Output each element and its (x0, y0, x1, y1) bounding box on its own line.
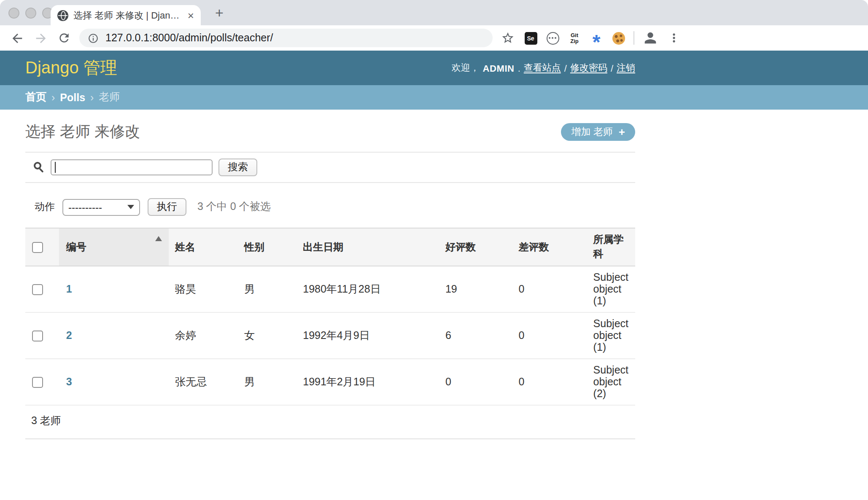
select-all-checkbox[interactable] (32, 242, 43, 253)
column-header-bad-count[interactable]: 差评数 (512, 228, 586, 266)
change-password-link[interactable]: 修改密码 (570, 62, 607, 74)
cell-subject: Subject object (1) (587, 312, 635, 359)
sort-ascending-icon[interactable] (155, 236, 162, 241)
results-table: 编号 姓名 性别 出生日期 好评数 差评数 所属学科 1 骆昊 男 (25, 228, 635, 406)
teacher-id-link[interactable]: 1 (66, 283, 72, 295)
actions-label: 动作 (35, 200, 55, 214)
screenshot-root: 选择 老师 来修改 | Django 站点管理 × + 127.0.0.1:80… (0, 0, 868, 500)
breadcrumb: 首页 › Polls › 老师 (0, 85, 868, 110)
browser-window: 选择 老师 来修改 | Django 站点管理 × + 127.0.0.1:80… (0, 0, 868, 500)
search-button[interactable]: 搜索 (218, 159, 257, 176)
selection-count: 3 个中 0 个被选 (197, 200, 271, 214)
logout-link[interactable]: 注销 (617, 62, 635, 74)
window-close-button[interactable] (8, 8, 19, 19)
new-tab-button[interactable]: + (209, 3, 229, 24)
teacher-id-link[interactable]: 3 (66, 376, 72, 388)
window-controls (8, 8, 53, 19)
cell-bad-count: 0 (512, 266, 586, 312)
row-checkbox[interactable] (32, 376, 43, 387)
forward-button[interactable] (29, 26, 52, 50)
column-header-gender[interactable]: 性别 (237, 228, 296, 266)
extension-selenium-icon[interactable]: Se (520, 28, 541, 48)
breadcrumb-separator: › (90, 91, 94, 103)
cell-name: 余婷 (168, 312, 237, 359)
site-favicon-icon (57, 10, 68, 21)
extension-gitzip-icon[interactable]: GitZip (564, 28, 585, 48)
breadcrumb-app-polls[interactable]: Polls (60, 91, 85, 103)
browser-tab[interactable]: 选择 老师 来修改 | Django 站点管理 × (51, 5, 201, 25)
action-select-value: ---------- (68, 201, 102, 213)
extension-dots-icon[interactable] (542, 28, 563, 48)
cell-bad-count: 0 (512, 312, 586, 359)
plus-icon: + (619, 126, 625, 137)
column-header-good-count[interactable]: 好评数 (439, 228, 512, 266)
cell-good-count: 6 (439, 312, 512, 359)
address-bar[interactable]: 127.0.0.1:8000/admin/polls/teacher/ (79, 29, 493, 47)
slash-separator: / (611, 63, 613, 73)
cell-gender: 男 (237, 266, 296, 312)
cell-good-count: 0 (439, 359, 512, 405)
column-header-id-label: 编号 (66, 241, 86, 253)
cell-birthdate: 1991年2月19日 (296, 359, 439, 405)
cell-subject: Subject object (2) (587, 359, 635, 405)
add-teacher-button[interactable]: 增加 老师 + (561, 123, 635, 140)
profile-avatar-icon[interactable] (639, 26, 662, 50)
text-caret (55, 162, 56, 173)
breadcrumb-home[interactable]: 首页 (25, 90, 46, 105)
toolbar-divider (633, 31, 634, 45)
browser-toolbar: 127.0.0.1:8000/admin/polls/teacher/ Se G… (0, 25, 868, 51)
table-row: 3 张无忌 男 1991年2月19日 0 0 Subject object (2… (25, 359, 635, 405)
cell-gender: 男 (237, 359, 296, 405)
column-header-id[interactable]: 编号 (59, 228, 168, 266)
row-checkbox[interactable] (32, 284, 43, 295)
cell-name: 张无忌 (168, 359, 237, 405)
tab-strip: 选择 老师 来修改 | Django 站点管理 × + (0, 0, 868, 25)
user-tools: 欢迎， ADMIN . 查看站点 / 修改密码 / 注销 (452, 62, 636, 74)
site-branding[interactable]: Django 管理 (25, 56, 117, 79)
cell-subject: Subject object (1) (587, 266, 635, 312)
chevron-down-icon (127, 205, 134, 209)
cell-birthdate: 1980年11月28日 (296, 266, 439, 312)
username: ADMIN (483, 63, 515, 73)
browser-menu-icon[interactable] (662, 26, 686, 50)
changelist-content: 选择 老师 来修改 增加 老师 + 搜索 动作 ---------- 执行 3 … (25, 121, 635, 439)
cell-name: 骆昊 (168, 266, 237, 312)
extension-asterisk-icon[interactable]: * (586, 28, 607, 48)
add-teacher-label: 增加 老师 (571, 125, 612, 138)
view-site-link[interactable]: 查看站点 (524, 62, 561, 74)
action-select[interactable]: ---------- (62, 199, 140, 215)
bookmark-star-icon[interactable] (496, 26, 520, 50)
go-button[interactable]: 执行 (148, 198, 186, 216)
extension-cookie-icon[interactable] (608, 28, 628, 48)
tab-close-icon[interactable]: × (188, 10, 194, 21)
slash-separator: / (564, 63, 567, 73)
cell-bad-count: 0 (512, 359, 586, 405)
reload-button[interactable] (52, 26, 76, 50)
search-icon (34, 162, 45, 173)
cell-birthdate: 1992年4月9日 (296, 312, 439, 359)
breadcrumb-separator: › (51, 91, 55, 103)
teacher-id-link[interactable]: 2 (66, 330, 72, 341)
breadcrumb-current: 老师 (99, 90, 120, 105)
column-header-birthdate[interactable]: 出生日期 (296, 228, 439, 266)
page-title: 选择 老师 来修改 (25, 121, 140, 142)
cell-good-count: 19 (439, 266, 512, 312)
row-checkbox[interactable] (32, 330, 43, 341)
table-header-row: 编号 姓名 性别 出生日期 好评数 差评数 所属学科 (25, 228, 635, 266)
page-info-icon (88, 32, 99, 43)
column-header-name[interactable]: 姓名 (168, 228, 237, 266)
search-toolbar: 搜索 (25, 152, 635, 183)
table-row: 2 余婷 女 1992年4月9日 6 0 Subject object (1) (25, 312, 635, 359)
search-input[interactable] (51, 160, 213, 176)
url-text: 127.0.0.1:8000/admin/polls/teacher/ (105, 32, 273, 44)
dot-separator: . (518, 63, 520, 73)
actions-row: 动作 ---------- 执行 3 个中 0 个被选 (25, 198, 635, 216)
window-minimize-button[interactable] (25, 8, 36, 19)
column-header-subject[interactable]: 所属学科 (587, 228, 635, 266)
table-row: 1 骆昊 男 1980年11月28日 19 0 Subject object (… (25, 266, 635, 312)
admin-header: Django 管理 欢迎， ADMIN . 查看站点 / 修改密码 / 注销 (0, 51, 868, 85)
tab-title: 选择 老师 来修改 | Django 站点管理 (73, 9, 183, 22)
welcome-text: 欢迎， (452, 62, 480, 74)
result-count: 3 老师 (25, 406, 635, 439)
back-button[interactable] (5, 26, 29, 50)
